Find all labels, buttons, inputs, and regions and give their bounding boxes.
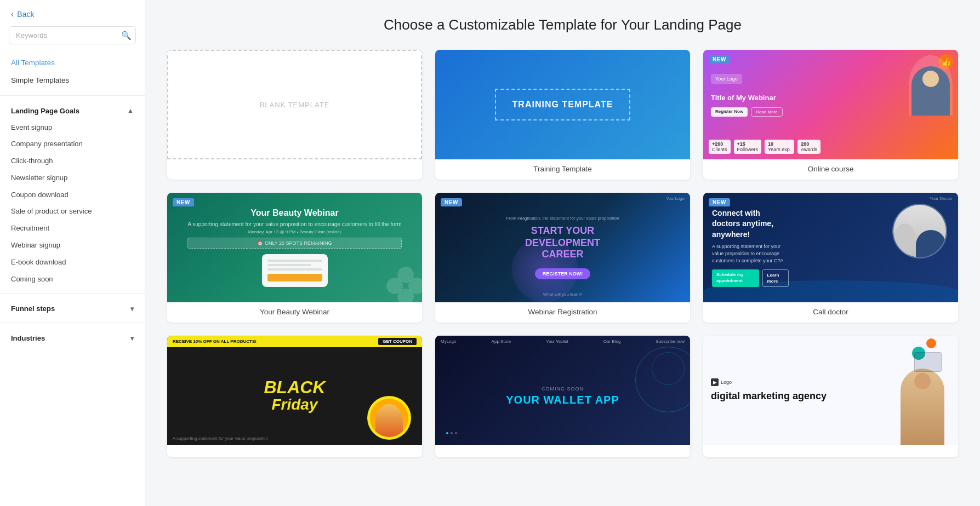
chevron-up-icon: ▲ [127, 107, 134, 114]
chevron-down-icon-2: ▾ [130, 335, 134, 342]
online-course-thumb: NEW 👍 Your Logo Title of My Webinar Regi… [703, 50, 958, 159]
calldoc-btn-1: Schedule my appointment [712, 269, 759, 287]
section-industries[interactable]: Industries ▾ [0, 329, 145, 347]
template-card-beauty-webinar[interactable]: NEW Your Beauty Webinar A supporting sta… [167, 193, 422, 323]
calldoc-person-circle [892, 204, 947, 258]
search-button[interactable]: 🔍 [121, 31, 132, 41]
goal-recruitment[interactable]: Recruitment [0, 220, 145, 237]
calldoc-title: Connect with doctors anytime, anywhere! [712, 208, 789, 240]
bf-circle [367, 396, 411, 440]
template-label-online-course: Online course [703, 159, 958, 180]
badge-new: NEW [709, 55, 730, 64]
digimkt-title: digital marketing agency [711, 390, 827, 403]
template-card-call-doctor[interactable]: NEW Your Doctor Connect with doctors any… [703, 193, 958, 323]
template-card-webinar-registration[interactable]: NEW YourLogo From imagination, the state… [435, 193, 690, 323]
section-funnel-steps[interactable]: Funnel steps ▾ [0, 299, 145, 317]
bf-title: BLACK [264, 378, 326, 396]
divider-2 [0, 293, 145, 294]
devcareer-register: REGISTER NOW! [535, 268, 591, 279]
template-card-black-friday[interactable]: RECEIVE 10% OFF ON ALL PRODUCTS! GET COU… [167, 336, 422, 457]
goal-company-presentation[interactable]: Company presentation [0, 136, 145, 153]
badge-new-3: NEW [441, 198, 462, 206]
webinar-thumb: NEW Your Beauty Webinar A supporting sta… [167, 193, 422, 302]
template-thumbnail-webinar-registration: NEW YourLogo From imagination, the state… [435, 193, 690, 302]
sidebar-item-simple-templates[interactable]: Simple Templates [0, 72, 145, 89]
badge-new-2: NEW [173, 198, 194, 206]
webinar-title: Your Beauty Webinar [187, 208, 401, 218]
calldoc-btn-2: Learn more [762, 269, 789, 287]
search-input[interactable] [9, 26, 136, 44]
page-title: Choose a Customizable Template for Your … [167, 16, 958, 33]
template-label-black-friday [167, 445, 422, 457]
wallet-thumb: MyLogo App Store Your Wallet Our Blog Su… [435, 336, 690, 445]
sidebar: ‹ Back 🔍 All Templates Simple Templates … [0, 0, 145, 506]
training-thumb: TRAINING TEMPLATE [435, 50, 690, 159]
main-content: Choose a Customizable Template for Your … [145, 0, 980, 506]
template-thumbnail-digital-marketing: ▶ Logo digital marketing agency [703, 336, 958, 445]
oc-title: Title of My Webinar [711, 94, 776, 103]
template-label-call-doctor: Call doctor [703, 302, 958, 323]
calldoc-sub: A supporting statement for your value pr… [712, 243, 789, 264]
goal-coming-soon[interactable]: Coming soon [0, 271, 145, 288]
goal-webinar-signup[interactable]: Webinar signup [0, 237, 145, 254]
template-card-wallet-app[interactable]: MyLogo App Store Your Wallet Our Blog Su… [435, 336, 690, 457]
calldoc-thumb: NEW Your Doctor Connect with doctors any… [703, 193, 958, 302]
back-label: Back [17, 10, 34, 19]
wallet-title: YOUR WALLET APP [506, 394, 619, 406]
section-landing-page-goals[interactable]: Landing Page Goals ▲ [0, 101, 145, 119]
blank-thumb: BLANK TEMPLATE [167, 50, 422, 159]
devcareer-thumb: NEW YourLogo From imagination, the state… [435, 193, 690, 302]
deco-circle-orange [926, 338, 936, 348]
template-thumbnail-training: TRAINING TEMPLATE [435, 50, 690, 159]
chevron-down-icon: ▾ [130, 305, 134, 313]
goal-coupon-download[interactable]: Coupon download [0, 187, 145, 204]
digimkt-thumb: ▶ Logo digital marketing agency [703, 336, 958, 445]
landing-page-goals-list: Event signup Company presentation Click-… [0, 119, 145, 288]
webinar-cta [267, 274, 322, 281]
devcareer-title: START YOUR DEVELOPMENT CAREER [525, 225, 600, 261]
bf-friday: Friday [264, 396, 326, 413]
logo-icon: ▶ [711, 378, 719, 386]
template-label-training: Training Template [435, 159, 690, 180]
template-label-wallet-app [435, 445, 690, 457]
template-thumbnail-beauty-webinar: NEW Your Beauty Webinar A supporting sta… [167, 193, 422, 302]
goal-sale-of-product[interactable]: Sale of product or service [0, 203, 145, 220]
bf-offer-text: RECEIVE 10% OFF ON ALL PRODUCTS! [173, 339, 257, 344]
goal-ebook-download[interactable]: E-book download [0, 254, 145, 271]
template-label-digital-marketing [703, 445, 958, 457]
back-button[interactable]: ‹ Back [0, 0, 145, 26]
search-box: 🔍 [9, 26, 136, 44]
goal-click-through[interactable]: Click-through [0, 153, 145, 170]
goal-event-signup[interactable]: Event signup [0, 119, 145, 136]
template-label-webinar-registration: Webinar Registration [435, 302, 690, 323]
template-thumbnail-blank: BLANK TEMPLATE [167, 50, 422, 159]
template-label-blank [167, 159, 422, 171]
template-card-blank[interactable]: BLANK TEMPLATE [167, 50, 422, 180]
logo-text: Logo [721, 380, 732, 385]
chevron-left-icon: ‹ [11, 10, 14, 19]
divider-3 [0, 323, 145, 323]
badge-new-4: NEW [709, 198, 730, 206]
goal-newsletter-signup[interactable]: Newsletter signup [0, 170, 145, 187]
blackfriday-thumb: RECEIVE 10% OFF ON ALL PRODUCTS! GET COU… [167, 336, 422, 445]
template-grid: BLANK TEMPLATE TRAINING TEMPLATE Trainin… [167, 50, 958, 457]
oc-person [909, 55, 953, 116]
template-thumbnail-call-doctor: NEW Your Doctor Connect with doctors any… [703, 193, 958, 302]
webinar-sub: A supporting statement for your value pr… [187, 221, 401, 227]
template-thumbnail-wallet-app: MyLogo App Store Your Wallet Our Blog Su… [435, 336, 690, 445]
divider [0, 95, 145, 96]
template-label-beauty-webinar: Your Beauty Webinar [167, 302, 422, 323]
bf-coupon-btn: GET COUPON [378, 338, 417, 345]
sidebar-item-all-templates[interactable]: All Templates [0, 54, 145, 72]
template-thumbnail-online-course: NEW 👍 Your Logo Title of My Webinar Regi… [703, 50, 958, 159]
template-thumbnail-black-friday: RECEIVE 10% OFF ON ALL PRODUCTS! GET COU… [167, 336, 422, 445]
template-card-training[interactable]: TRAINING TEMPLATE Training Template [435, 50, 690, 180]
template-card-online-course[interactable]: NEW 👍 Your Logo Title of My Webinar Regi… [703, 50, 958, 180]
template-card-digital-marketing[interactable]: ▶ Logo digital marketing agency [703, 336, 958, 457]
wallet-coming: COMING SOON [506, 386, 619, 392]
